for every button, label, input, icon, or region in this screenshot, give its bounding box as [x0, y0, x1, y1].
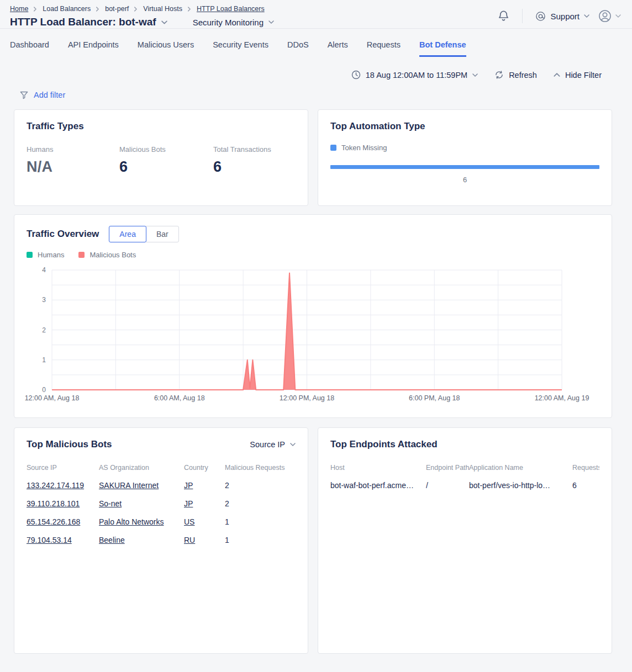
breadcrumb-separator-icon	[187, 7, 192, 12]
cell-host: bot-waf-bot-perf.acme…	[330, 481, 426, 490]
automation-legend: Token Missing	[330, 144, 599, 152]
date-range-picker[interactable]: 18 Aug 12:00AM to 11:59PM	[351, 70, 478, 80]
group-by-select[interactable]: Source IP	[250, 440, 296, 449]
stat-label: Malicious Bots	[119, 145, 213, 154]
stat-humans: HumansN/A	[27, 145, 119, 176]
top-malicious-bots-card: Top Malicious Bots Source IP Source IPAS…	[14, 427, 308, 654]
chevron-up-icon	[554, 73, 560, 77]
cell-source-ip[interactable]: 65.154.226.168	[27, 517, 99, 526]
cell-malicious-requests: 2	[225, 499, 296, 508]
endpoint-row: bot-waf-bot-perf.acme…/bot-perf/ves-io-h…	[330, 481, 599, 490]
notifications-bell-icon[interactable]	[498, 10, 509, 23]
breadcrumb-item-home[interactable]: Home	[10, 5, 28, 13]
cell-country[interactable]: JP	[184, 481, 225, 490]
endpoints-table-header: HostEndpoint PathApplication NameRequest…	[330, 464, 599, 472]
bot-row: 39.110.218.101So-netJP2	[27, 499, 296, 508]
date-range-label: 18 Aug 12:00AM to 11:59PM	[366, 71, 467, 80]
page-title: HTTP Load Balancer: bot-waf	[10, 16, 156, 28]
chevron-down-icon	[584, 14, 589, 18]
svg-text:4: 4	[42, 266, 46, 274]
traffic-overview-title: Traffic Overview	[27, 229, 99, 240]
top-endpoints-card: Top Endpoints Attacked HostEndpoint Path…	[318, 427, 612, 654]
traffic-overview-card: Traffic Overview AreaBar HumansMalicious…	[14, 214, 612, 418]
chart-mode-bar-button[interactable]: Bar	[146, 226, 179, 242]
legend-swatch	[78, 252, 85, 258]
bots-table-header: Source IPAS OrganizationCountryMalicious…	[27, 464, 296, 472]
chevron-down-icon	[290, 443, 296, 446]
legend-humans: Humans	[27, 251, 64, 259]
traffic-overview-chart: 0123412:00 AM, Aug 186:00 AM, Aug 1812:0…	[14, 262, 612, 412]
breadcrumb-separator-icon	[134, 7, 138, 12]
cell-source-ip[interactable]: 39.110.218.101	[27, 499, 99, 508]
add-filter-button[interactable]: Add filter	[19, 89, 632, 100]
tab-security-events[interactable]: Security Events	[213, 40, 268, 57]
svg-text:3: 3	[42, 296, 46, 304]
stat-value: 6	[119, 158, 213, 176]
stat-malicious-bots: Malicious Bots6	[119, 145, 213, 176]
refresh-button[interactable]: Refresh	[494, 70, 537, 80]
account-menu[interactable]	[598, 9, 621, 23]
title-chevron-down-icon[interactable]	[161, 20, 167, 24]
token-missing-label: Token Missing	[341, 144, 387, 152]
col-malicious-requests: Malicious Requests	[225, 464, 296, 472]
cell-as-organization[interactable]: So-net	[99, 499, 184, 508]
cell-country[interactable]: JP	[184, 499, 225, 508]
legend-label: Malicious Bots	[89, 251, 136, 259]
legend-malicious-bots: Malicious Bots	[78, 251, 136, 259]
cell-country[interactable]: US	[184, 517, 225, 526]
cell-as-organization[interactable]: Palo Alto Networks	[99, 517, 184, 526]
nav-context-label: Security Monitoring	[193, 18, 264, 27]
col-source-ip: Source IP	[27, 464, 99, 472]
automation-bar[interactable]	[330, 165, 599, 169]
tab-malicious-users[interactable]: Malicious Users	[138, 40, 194, 57]
col-application-name: Application Name	[469, 464, 572, 472]
cell-as-organization[interactable]: SAKURA Internet	[99, 481, 184, 490]
col-endpoint-path: Endpoint Path	[426, 464, 469, 472]
support-menu[interactable]: Support	[535, 11, 589, 22]
add-filter-label: Add filter	[34, 91, 65, 99]
cell-source-ip[interactable]: 79.104.53.14	[27, 536, 99, 544]
refresh-label: Refresh	[509, 71, 537, 80]
tab-dashboard[interactable]: Dashboard	[10, 40, 49, 57]
hide-filter-button[interactable]: Hide Filter	[554, 71, 602, 80]
breadcrumb-item-bot-perf: bot-perf	[105, 5, 129, 13]
clock-icon	[351, 70, 361, 80]
svg-text:1: 1	[42, 356, 46, 364]
cell-malicious-requests: 2	[225, 481, 296, 490]
cell-country[interactable]: RU	[184, 536, 225, 544]
tab-requests[interactable]: Requests	[367, 40, 401, 57]
top-automation-title: Top Automation Type	[330, 121, 599, 132]
svg-text:12:00 AM, Aug 18: 12:00 AM, Aug 18	[25, 394, 80, 402]
stat-value: 6	[213, 158, 271, 176]
col-requests: Requests	[572, 464, 599, 472]
filter-toolbar: 18 Aug 12:00AM to 11:59PM Refresh Hide F…	[0, 70, 602, 80]
cell-source-ip[interactable]: 133.242.174.119	[27, 481, 99, 490]
nav-context-selector[interactable]: Security Monitoring	[193, 18, 274, 27]
support-label: Support	[550, 12, 580, 21]
chart-mode-area-button[interactable]: Area	[109, 226, 146, 242]
automation-bar-value: 6	[330, 176, 599, 184]
breadcrumb-item-http-load-balancers[interactable]: HTTP Load Balancers	[197, 5, 265, 13]
bot-row: 133.242.174.119SAKURA InternetJP2	[27, 481, 296, 490]
col-host: Host	[330, 464, 426, 472]
cell-requests: 6	[572, 481, 599, 490]
tab-api-endpoints[interactable]: API Endpoints	[68, 40, 119, 57]
bot-row: 65.154.226.168Palo Alto NetworksUS1	[27, 517, 296, 526]
endpoints-table-body: bot-waf-bot-perf.acme…/bot-perf/ves-io-h…	[330, 481, 599, 490]
col-country: Country	[184, 464, 225, 472]
svg-text:6:00 PM, Aug 18: 6:00 PM, Aug 18	[409, 394, 460, 402]
cell-application-name: bot-perf/ves-io-http-lo…	[469, 481, 572, 490]
traffic-types-stats: HumansN/AMalicious Bots6Total Transactio…	[27, 145, 296, 176]
svg-text:12:00 AM, Aug 19: 12:00 AM, Aug 19	[535, 394, 589, 402]
tab-alerts[interactable]: Alerts	[328, 40, 348, 57]
chevron-down-icon	[268, 20, 274, 24]
cell-as-organization[interactable]: Beeline	[99, 536, 184, 544]
breadcrumb-separator-icon	[33, 7, 38, 12]
tab-ddos[interactable]: DDoS	[287, 40, 309, 57]
tab-bot-defense[interactable]: Bot Defense	[419, 40, 466, 57]
svg-text:6:00 AM, Aug 18: 6:00 AM, Aug 18	[154, 394, 205, 402]
account-icon	[598, 9, 612, 23]
svg-text:12:00 PM, Aug 18: 12:00 PM, Aug 18	[280, 394, 334, 402]
token-missing-swatch	[330, 145, 336, 151]
chevron-down-icon	[472, 73, 478, 77]
